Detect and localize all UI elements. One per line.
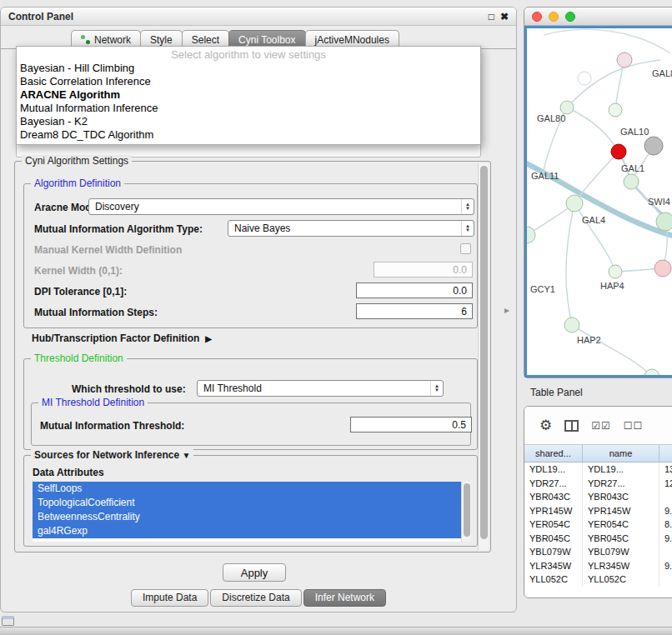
- attribute-item-topologicalcoefficient[interactable]: TopologicalCoefficient: [33, 496, 461, 510]
- desktop: { "icons": { "up_arrow": "▲", "down_arro…: [0, 0, 672, 635]
- network-edge[interactable]: [566, 203, 574, 325]
- network-edge[interactable]: [572, 325, 652, 377]
- mi-threshold-value: 0.5: [452, 419, 466, 431]
- network-node[interactable]: [578, 72, 591, 85]
- down-arrow-icon: ▼: [465, 207, 470, 211]
- network-node[interactable]: [564, 318, 579, 332]
- algorithm-definition-group: Algorithm Definition Aracne Mode: Discov…: [23, 183, 478, 328]
- panel-collapse-arrow[interactable]: ▸: [504, 304, 509, 316]
- network-node[interactable]: [624, 174, 639, 189]
- sources-group-title[interactable]: Sources for Network Inference ▼: [31, 449, 193, 461]
- algorithm-option-mutual-information-inference[interactable]: Mutual Information Inference: [17, 102, 480, 115]
- collapse-arrow-icon: ▼: [182, 451, 190, 460]
- algorithm-option-dream8-dc-tdc-algorithm[interactable]: Dream8 DC_TDC Algorithm: [17, 128, 480, 142]
- table-cell: YER054C: [583, 518, 659, 532]
- gear-icon[interactable]: ⚙: [539, 418, 552, 432]
- deselect-columns-icon[interactable]: ☐☐: [624, 420, 644, 432]
- bottom-tab-impute-data[interactable]: Impute Data: [131, 589, 208, 607]
- close-icon[interactable]: ✖: [500, 11, 509, 22]
- mi-steps-field[interactable]: 6: [356, 303, 473, 319]
- attribute-item-selfloops[interactable]: SelfLoops: [33, 482, 461, 496]
- mi-algorithm-type-select[interactable]: Naive Bayes ▲ ▼: [228, 220, 474, 237]
- mi-algorithm-type-value: Naive Bayes: [228, 222, 461, 234]
- table-cell: YDR27...: [524, 477, 583, 491]
- kernel-width-value: 0.0: [453, 264, 467, 276]
- sources-title-label: Sources for Network Inference: [34, 449, 179, 461]
- network-node[interactable]: [617, 52, 632, 68]
- table-row[interactable]: YBL079WYBL079W: [524, 545, 672, 559]
- minimize-button[interactable]: [549, 12, 559, 22]
- network-node[interactable]: [527, 227, 535, 243]
- table-cell: YBL079W: [524, 545, 583, 559]
- table-column-header-col-2[interactable]: [659, 445, 672, 462]
- table-column-header-shared[interactable]: shared...: [524, 445, 583, 462]
- zoom-button[interactable]: [565, 12, 575, 22]
- select-all-columns-icon[interactable]: ☑☑: [591, 420, 611, 432]
- combo-arrows-icon: ▲ ▼: [461, 221, 474, 236]
- attribute-item-betweennesscentrality[interactable]: BetweennessCentrality: [33, 510, 461, 524]
- float-window-icon[interactable]: □: [489, 11, 494, 22]
- algorithm-option-basic-correlation-inference[interactable]: Basic Correlation Inference: [17, 75, 480, 88]
- algorithm-option-bayesian-hill-climbing[interactable]: Bayesian - Hill Climbing: [17, 62, 480, 75]
- attribute-item-gal4rgexp[interactable]: gal4RGexp: [33, 524, 461, 538]
- network-node[interactable]: [611, 144, 626, 159]
- kernel-width-field[interactable]: 0.0: [374, 262, 473, 278]
- which-threshold-select[interactable]: MI Threshold ▲ ▼: [197, 380, 444, 397]
- table-row[interactable]: YER054CYER054C8.: [524, 518, 672, 532]
- dpi-tolerance-field[interactable]: 0.0: [356, 282, 473, 298]
- network-node[interactable]: [566, 195, 583, 212]
- network-canvas[interactable]: GAL8GAL80GAL10GAL11GAL1SWI4GAL4GCY1HAP4H…: [527, 28, 672, 377]
- taskbar: [0, 627, 672, 635]
- table-row[interactable]: YDL19...YDL19...13: [524, 462, 672, 477]
- table-body: YDL19...YDL19...13YDR27...YDR27...12YBR0…: [524, 462, 672, 587]
- bottom-tab-discretize-data[interactable]: Discretize Data: [210, 589, 301, 607]
- scrollbar-thumb[interactable]: [464, 483, 470, 537]
- bottom-tab-infer-network[interactable]: Infer Network: [303, 589, 386, 607]
- node-label-gal11: GAL11: [531, 171, 559, 181]
- network-window-titlebar[interactable]: [524, 8, 672, 26]
- table-row[interactable]: YBR045CYBR045C9.: [524, 532, 672, 546]
- node-label-gcy1: GCY1: [530, 284, 555, 294]
- table-cell: 13: [659, 464, 672, 474]
- apply-button[interactable]: Apply: [223, 563, 286, 582]
- close-button[interactable]: [532, 12, 542, 22]
- table-cell: YLL052C: [524, 572, 583, 587]
- table-column-header-name[interactable]: name: [583, 445, 659, 462]
- network-edge[interactable]: [574, 203, 615, 272]
- network-node[interactable]: [644, 369, 659, 377]
- aracne-mode-value: Discovery: [89, 201, 461, 212]
- expand-arrow-icon: ▶: [205, 334, 212, 343]
- control-panel-titlebar[interactable]: Control Panel □ ✖: [1, 8, 516, 26]
- settings-scrollbar[interactable]: [478, 163, 489, 550]
- network-node[interactable]: [560, 101, 574, 114]
- mi-threshold-field[interactable]: 0.5: [350, 417, 472, 432]
- hub-definition-expander[interactable]: Hub/Transcription Factor Definition ▶: [32, 332, 212, 344]
- aracne-mode-select[interactable]: Discovery ▲ ▼: [88, 198, 474, 215]
- dropdown-placeholder: Select algorithm to view settings: [17, 48, 480, 62]
- network-node[interactable]: [609, 265, 622, 278]
- algorithm-option-aracne-algorithm[interactable]: ARACNE Algorithm: [17, 88, 480, 102]
- table-row[interactable]: YDR27...YDR27...12: [524, 477, 672, 491]
- node-label-swi4: SWI4: [648, 197, 670, 207]
- attribute-list-scrollbar[interactable]: [461, 482, 471, 542]
- table-row[interactable]: YLR345WYLR345W9.: [524, 559, 672, 573]
- manual-kernel-width-checkbox[interactable]: [460, 243, 471, 254]
- columns-icon[interactable]: [564, 420, 579, 432]
- table-row[interactable]: YLL052CYLL052C: [524, 572, 672, 587]
- data-attributes-list[interactable]: SelfLoopsTopologicalCoefficientBetweenne…: [33, 482, 461, 542]
- table-row[interactable]: YBR043CYBR043C: [524, 490, 672, 504]
- network-node[interactable]: [644, 137, 663, 155]
- minimized-window-icon[interactable]: [2, 616, 14, 626]
- network-node[interactable]: [609, 103, 622, 117]
- tab-label: Network: [94, 34, 131, 46]
- network-edge[interactable]: [544, 29, 670, 53]
- table-header-row: shared...name: [524, 445, 672, 462]
- data-attributes-label: Data Attributes: [33, 467, 104, 478]
- network-canvas-frame: GAL8GAL80GAL10GAL11GAL1SWI4GAL4GCY1HAP4H…: [524, 26, 672, 378]
- network-node[interactable]: [656, 212, 672, 231]
- algorithm-option-bayesian-k2[interactable]: Bayesian - K2: [17, 115, 480, 128]
- table-row[interactable]: YPR145WYPR145W9.: [524, 504, 672, 518]
- scrollbar-thumb[interactable]: [480, 166, 488, 539]
- network-node[interactable]: [654, 260, 671, 277]
- node-label-hap2: HAP2: [577, 335, 601, 345]
